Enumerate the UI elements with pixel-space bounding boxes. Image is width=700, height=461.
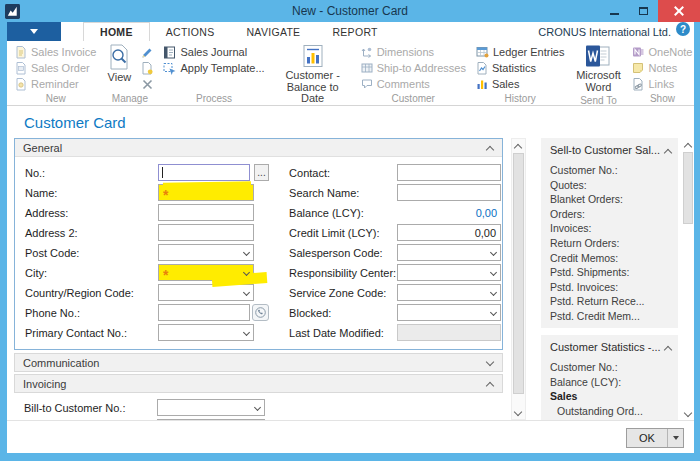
name-input[interactable]: * xyxy=(158,184,254,201)
phone-button[interactable] xyxy=(252,304,269,321)
ok-dropdown-button[interactable] xyxy=(667,429,683,447)
reminder-button[interactable]: Reminder xyxy=(13,77,98,91)
company-name[interactable]: CRONUS International Ltd. xyxy=(538,22,671,41)
scrollbar-thumb[interactable] xyxy=(683,152,693,224)
customer-balance-to-date-button[interactable]: Customer - Balance to Date xyxy=(271,43,355,106)
city-select[interactable]: * xyxy=(158,264,254,281)
sales-order-button[interactable]: Sales Order xyxy=(13,61,98,75)
factbox-item[interactable]: Credit Memos: xyxy=(550,251,672,266)
scroll-down-icon[interactable] xyxy=(682,407,694,420)
fasttab-invoicing[interactable]: Invoicing xyxy=(14,374,503,393)
responsibility-center-select[interactable] xyxy=(397,264,501,281)
balance-value-link[interactable]: 0,00 xyxy=(397,207,501,219)
factbox-item[interactable]: Orders: xyxy=(550,207,672,222)
scrollbar-track[interactable] xyxy=(682,225,694,407)
ledger-entries-button[interactable]: Ledger Entries xyxy=(474,45,567,59)
comments-button[interactable]: Comments xyxy=(359,77,468,91)
contact-input[interactable] xyxy=(397,164,501,181)
blocked-select[interactable] xyxy=(397,304,501,321)
workspace: Customer Card General No.: xyxy=(7,106,694,453)
dropdown-chevron-icon[interactable] xyxy=(490,269,497,276)
fasttab-communication[interactable]: Communication xyxy=(14,353,503,372)
address-input[interactable] xyxy=(158,204,254,221)
factbox-item[interactable]: Invoices: xyxy=(550,221,672,236)
scroll-down-icon[interactable] xyxy=(512,406,525,419)
collapse-up-icon[interactable] xyxy=(487,380,494,387)
sales-invoice-button[interactable]: Sales Invoice xyxy=(13,45,98,59)
country-region-select[interactable] xyxy=(158,284,254,301)
help-icon[interactable]: ? xyxy=(676,22,690,36)
delete-button[interactable] xyxy=(139,78,155,91)
field-search-name: Search Name: xyxy=(289,184,502,201)
links-button[interactable]: Links xyxy=(630,77,694,91)
close-button[interactable] xyxy=(658,0,700,22)
new-document-button[interactable] xyxy=(139,62,155,75)
minimize-button[interactable] xyxy=(600,0,629,22)
factbox-item[interactable]: Blanket Orders: xyxy=(550,192,672,207)
factbox-item[interactable]: Pstd. Invoices: xyxy=(550,280,672,295)
maximize-button[interactable] xyxy=(629,0,658,22)
search-name-input[interactable] xyxy=(397,184,501,201)
salesperson-select[interactable] xyxy=(397,244,501,261)
phone-input[interactable] xyxy=(158,304,250,321)
scroll-up-icon[interactable] xyxy=(682,138,694,151)
factbox-item[interactable]: Quotes: xyxy=(550,178,672,193)
apply-template-button[interactable]: Apply Template... xyxy=(161,61,266,75)
factbox-item[interactable]: Balance (LCY): xyxy=(550,375,672,390)
primary-contact-select[interactable] xyxy=(158,324,254,341)
factbox-item[interactable]: Pstd. Credit Mem... xyxy=(550,309,672,324)
assist-edit-button[interactable]: ... xyxy=(254,164,269,181)
scroll-up-icon[interactable] xyxy=(512,139,525,152)
address2-input[interactable] xyxy=(158,224,254,241)
field-primary-contact: Primary Contact No.: xyxy=(25,324,271,341)
factbox-title[interactable]: Sell-to Customer Sal... xyxy=(550,144,672,156)
dropdown-chevron-icon[interactable] xyxy=(254,404,261,411)
onenote-button[interactable]: OneNote xyxy=(630,45,694,59)
ribbon-tab-row: HOME ACTIONS NAVIGATE REPORT CRONUS Inte… xyxy=(7,22,694,41)
tab-home[interactable]: HOME xyxy=(83,22,150,41)
ok-button[interactable]: OK xyxy=(626,428,684,448)
dropdown-chevron-icon[interactable] xyxy=(243,329,250,336)
ship-to-addresses-button[interactable]: Ship-to Addresses xyxy=(359,61,468,75)
bill-to-customer-select[interactable] xyxy=(157,399,265,416)
dropdown-chevron-icon[interactable] xyxy=(490,249,497,256)
statistics-button[interactable]: Statistics xyxy=(474,61,567,75)
dropdown-chevron-icon[interactable] xyxy=(243,249,250,256)
factbox-scrollbar[interactable] xyxy=(682,138,694,420)
collapse-up-icon[interactable] xyxy=(665,344,672,351)
factbox-item[interactable]: Pstd. Return Rece... xyxy=(550,294,672,309)
factbox-item[interactable]: Pstd. Shipments: xyxy=(550,265,672,280)
factbox-item[interactable]: Return Orders: xyxy=(550,236,672,251)
main-scrollbar[interactable] xyxy=(511,138,526,420)
factbox-item[interactable]: Customer No.: xyxy=(550,163,672,178)
scrollbar-thumb[interactable] xyxy=(513,153,524,394)
dropdown-chevron-icon[interactable] xyxy=(243,289,250,296)
sales-journal-button[interactable]: Sales Journal xyxy=(161,45,266,59)
sales-button[interactable]: Sales xyxy=(474,77,567,91)
group-label-manage: Manage xyxy=(104,92,155,105)
post-code-select[interactable] xyxy=(158,244,254,261)
field-responsibility-center: Responsibility Center: xyxy=(289,264,502,281)
dropdown-chevron-icon[interactable] xyxy=(490,289,497,296)
view-button[interactable]: View xyxy=(104,43,134,85)
credit-limit-input[interactable]: 0,00 xyxy=(397,224,501,241)
microsoft-word-button[interactable]: Microsoft Word xyxy=(569,43,627,94)
edit-button[interactable] xyxy=(139,46,155,59)
group-label-customer: Customer xyxy=(359,92,468,105)
system-menu-button[interactable] xyxy=(7,22,61,41)
no-input[interactable] xyxy=(158,164,250,181)
tab-navigate[interactable]: NAVIGATE xyxy=(230,22,316,41)
notes-button[interactable]: Notes xyxy=(630,61,694,75)
collapse-up-icon[interactable] xyxy=(487,144,494,151)
general-header[interactable]: General xyxy=(15,139,502,157)
expand-down-icon[interactable] xyxy=(487,359,494,366)
service-zone-select[interactable] xyxy=(397,284,501,301)
factbox-title[interactable]: Customer Statistics -... xyxy=(550,341,672,353)
tab-actions[interactable]: ACTIONS xyxy=(150,22,231,41)
factbox-item[interactable]: Customer No.: xyxy=(550,360,672,375)
dropdown-chevron-icon[interactable] xyxy=(490,309,497,316)
tab-report[interactable]: REPORT xyxy=(316,22,393,41)
collapse-up-icon[interactable] xyxy=(665,147,672,154)
factbox-item[interactable]: Outstanding Ord... xyxy=(550,404,672,419)
dimensions-button[interactable]: Dimensions xyxy=(359,45,468,59)
